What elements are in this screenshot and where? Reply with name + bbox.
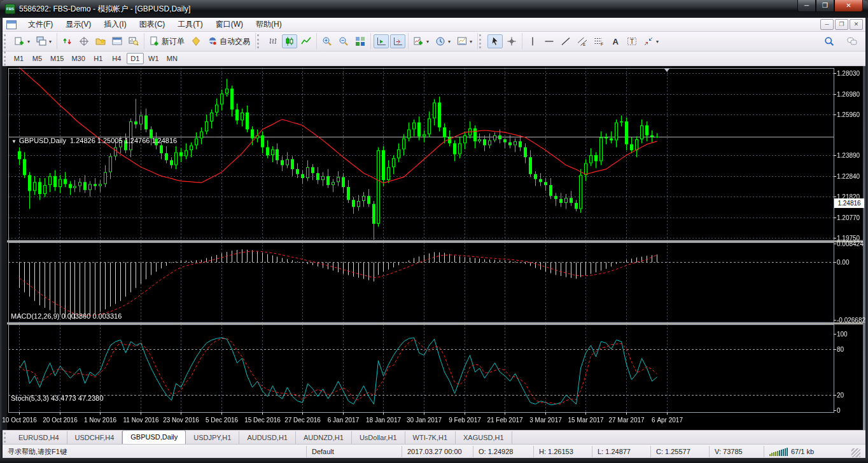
chart-tab-gbpusd-daily[interactable]: GBPUSD,Daily: [122, 430, 186, 444]
chevron-down-icon[interactable]: ▾: [448, 39, 451, 45]
menu-i[interactable]: 插入(I): [97, 18, 132, 31]
equidistant-channel-button[interactable]: E: [575, 34, 590, 48]
arrows-button[interactable]: ▾: [641, 34, 661, 48]
status-low: L: 1.24877: [592, 446, 650, 457]
chart-area: ▼GBPUSD,Daily 1.24826 1.25005 1.24766 1.…: [0, 66, 868, 430]
cursor-button[interactable]: [487, 34, 503, 48]
search-button[interactable]: [822, 34, 837, 48]
status-profile[interactable]: Default: [306, 446, 402, 457]
menu-h[interactable]: 帮助(H): [249, 18, 288, 31]
zoom-in-icon: [322, 36, 332, 46]
connection-status: 67/1 kb: [764, 446, 865, 457]
price-chart-canvas[interactable]: [0, 66, 868, 430]
chart-tab-audnzd-h1[interactable]: AUDNZD,H1: [296, 431, 352, 444]
status-bar: 寻求帮助,请按F1键 Default 2017.03.27 00:00 O: 1…: [3, 444, 865, 458]
menu-c[interactable]: 图表(C): [133, 18, 172, 31]
periods-button[interactable]: ▾: [433, 34, 453, 48]
toolbar-grip[interactable]: [4, 34, 8, 48]
connection-bars-icon: [769, 447, 788, 456]
tester-icon: [129, 36, 139, 46]
auto-scroll-icon: [376, 36, 386, 46]
chevron-down-icon[interactable]: ▾: [470, 39, 472, 45]
zoom-in-button[interactable]: [319, 34, 335, 48]
status-bar-time: 2017.03.27 00:00: [402, 446, 473, 457]
toolbar-grip[interactable]: [4, 52, 8, 66]
timeframe-h1[interactable]: H1: [90, 53, 107, 64]
line-chart-button[interactable]: [298, 34, 314, 48]
indicators-button[interactable]: ▾: [411, 34, 431, 48]
chevron-down-icon[interactable]: ▾: [656, 39, 659, 45]
crosshair-button[interactable]: [504, 34, 519, 48]
chevron-down-icon[interactable]: ▾: [426, 39, 429, 45]
vertical-line-button[interactable]: [525, 34, 540, 48]
cursor-icon: [490, 36, 500, 46]
timeframe-h4[interactable]: H4: [108, 53, 125, 64]
timeframe-m15[interactable]: M15: [47, 53, 67, 64]
toolbar-grip[interactable]: [479, 34, 484, 48]
child-close-button[interactable]: ✕: [850, 19, 863, 30]
periods-icon: [435, 36, 445, 46]
maximize-button[interactable]: ❐: [816, 0, 834, 12]
chart-tab-usdchf-h4[interactable]: USDCHF,H4: [67, 431, 123, 444]
tile-windows-button[interactable]: [353, 34, 368, 48]
chevron-down-icon[interactable]: ▾: [27, 39, 30, 45]
chart-tab-wti-7k-h1[interactable]: WTI-7K,H1: [405, 431, 456, 444]
trendline-button[interactable]: [558, 34, 573, 48]
candle-chart-button[interactable]: [282, 34, 297, 48]
application-window: FBS 5586292: FBS-Demo - 模拟帐户 - [GBPUSD,D…: [0, 0, 868, 463]
menu-t[interactable]: 工具(T): [171, 18, 209, 31]
app-icon: FBS: [5, 4, 15, 14]
autotrading-button[interactable]: 自动交易: [205, 34, 253, 49]
close-button[interactable]: ✕: [834, 0, 863, 12]
resize-grip[interactable]: [851, 448, 860, 457]
strategy-tester-button[interactable]: [126, 34, 141, 48]
profiles-button[interactable]: ▾: [34, 34, 54, 48]
one-click-trading-icon[interactable]: ▼: [11, 139, 17, 144]
menu-f[interactable]: 文件(F): [22, 18, 59, 31]
timeframe-d1[interactable]: D1: [127, 53, 144, 64]
child-minimize-button[interactable]: ─: [820, 19, 834, 30]
chevron-down-icon[interactable]: ▾: [49, 39, 52, 45]
terminal-button[interactable]: [109, 34, 125, 48]
macd-indicator-label: MACD(12,26,9) 0.003360 0.003316: [11, 312, 122, 320]
chart-tab-audusd-h1[interactable]: AUDUSD,H1: [239, 431, 296, 444]
status-high: H: 1.26153: [533, 446, 592, 457]
chart-tab-xagusd-h1[interactable]: XAGUSD,H1: [456, 431, 512, 444]
minimize-button[interactable]: ─: [797, 0, 816, 12]
new-order-button[interactable]: 新订单: [147, 34, 187, 49]
fibo-icon: F: [594, 36, 604, 46]
market-watch-icon: [62, 36, 73, 46]
templates-button[interactable]: ▾: [454, 34, 475, 48]
menu-w[interactable]: 窗口(W): [209, 18, 249, 31]
child-restore-button[interactable]: ❐: [835, 19, 848, 30]
timeframe-m1[interactable]: M1: [10, 53, 27, 64]
text-label-button[interactable]: T: [624, 34, 640, 48]
templates-icon: [457, 36, 467, 46]
fibonacci-button[interactable]: F: [591, 34, 606, 48]
chart-tab-eurusd-h4[interactable]: EURUSD,H4: [11, 431, 67, 444]
timeframe-m5[interactable]: M5: [29, 53, 46, 64]
tabbar-grip[interactable]: [4, 432, 9, 443]
new-chart-button[interactable]: ▾: [12, 34, 32, 48]
timeframe-m30[interactable]: M30: [68, 53, 88, 64]
market-watch-button[interactable]: [60, 34, 75, 48]
horizontal-line-button[interactable]: [542, 34, 557, 48]
textlabel-icon: T: [627, 36, 637, 46]
timeframe-mn[interactable]: MN: [164, 53, 181, 64]
bar-chart-button[interactable]: [265, 34, 281, 48]
auto-scroll-button[interactable]: [374, 34, 389, 48]
text-button[interactable]: A: [608, 34, 623, 48]
chart-shift-button[interactable]: [390, 34, 405, 48]
metaeditor-button[interactable]: [188, 34, 204, 48]
chart-shift-icon: [393, 36, 403, 46]
text-icon: A: [610, 36, 620, 46]
chart-tab-usdjpy-h1[interactable]: USDJPY,H1: [186, 431, 239, 444]
timeframe-w1[interactable]: W1: [145, 53, 162, 64]
toolbar-grip[interactable]: [257, 34, 262, 48]
menu-v[interactable]: 显示(V): [59, 18, 97, 31]
zoom-out-button[interactable]: [336, 34, 351, 48]
chat-button[interactable]: [844, 34, 860, 48]
chart-tab-usdollar-h1[interactable]: UsDollar,H1: [352, 431, 405, 444]
navigator-button[interactable]: [93, 34, 108, 48]
data-window-button[interactable]: [76, 34, 92, 48]
